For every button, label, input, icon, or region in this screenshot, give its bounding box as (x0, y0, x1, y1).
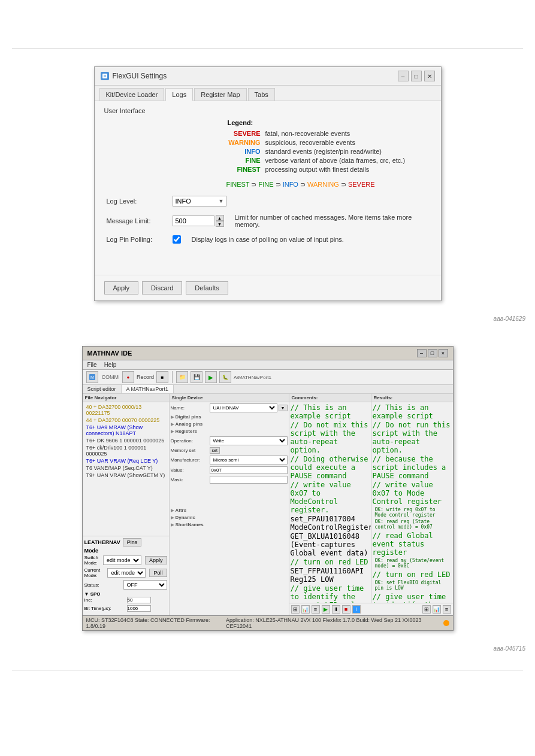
toolbar-stop-btn[interactable]: ■ (156, 371, 168, 383)
toolbar-debug-btn[interactable]: 🐛 (219, 371, 231, 383)
toolbar-icon-1[interactable]: M (86, 371, 98, 383)
attrs-title[interactable]: ▶ Attrs (171, 508, 288, 513)
device-name-btn[interactable]: ▼ (279, 405, 288, 411)
file-nav-item-2[interactable]: 44 + DA32700 00070 0000225 (84, 417, 168, 424)
icon-btn-right-2[interactable]: 📊 (433, 605, 441, 614)
minimize-button[interactable]: – (398, 71, 409, 81)
icon-btn-table[interactable]: ≡ (312, 605, 320, 614)
log-pin-polling-checkbox[interactable] (173, 235, 181, 244)
result-ok-3: OK: read my (State/event mode) = 0x0C (373, 557, 452, 569)
device-name-select[interactable]: UAI HDNAV (210, 403, 277, 412)
log-level-label: Log Level: (107, 198, 173, 205)
menu-file[interactable]: File (87, 362, 97, 368)
bottom-icon-row: ⊞ 📊 ≡ ▶ ⏸ ■ i ⊞ 📊 ≡ (289, 603, 453, 615)
value-input[interactable] (210, 466, 288, 474)
operation-row: Operation: Write Read (171, 436, 288, 445)
manufacturer-select[interactable]: Micros semi (210, 456, 288, 464)
results-title: Results: (371, 394, 453, 402)
file-nav-item-8[interactable]: T9+ UAN VRAW (ShowGETM Y) (84, 472, 168, 479)
digital-pins-title[interactable]: ▶ Digital pins (171, 414, 288, 420)
matlab-titlebar: MATHNAV IDE – □ × (83, 347, 453, 360)
value-label: Value: (171, 467, 210, 473)
icon-btn-run[interactable]: ▶ (322, 605, 330, 614)
hierarchy-warning: WARNING (307, 181, 339, 188)
current-mode-select[interactable]: edit mode (107, 568, 146, 578)
file-navigator-scroll: 40 + DA32700 0000/13 00221175 44 + DA327… (83, 402, 169, 536)
poll-btn[interactable]: Poll (149, 569, 167, 577)
device-name-row: Name: UAI HDNAV ▼ (171, 403, 288, 412)
legend-key-fine: FINE (228, 157, 261, 164)
tab-tabs[interactable]: Tabs (248, 88, 275, 101)
tab-logs[interactable]: Logs (165, 88, 193, 101)
sub-tab-script-editor[interactable]: Script editor (83, 385, 122, 393)
apply-button[interactable]: Apply (104, 281, 139, 294)
icon-btn-grid[interactable]: ⊞ (291, 605, 300, 614)
maximize-button[interactable]: □ (411, 71, 422, 81)
bit-time-input[interactable] (127, 605, 151, 612)
shortnames-title[interactable]: ▶ ShortNames (171, 522, 288, 527)
comment-line-9: // turn on red LED (291, 558, 370, 566)
dynamic-arrow-icon: ▶ (171, 515, 174, 520)
analog-pins-title[interactable]: ▶ Analog pins (171, 421, 288, 427)
file-nav-item-1[interactable]: 40 + DA32700 0000/13 00221175 (84, 403, 168, 417)
log-pin-polling-label: Log Pin Polling: (107, 236, 173, 243)
result-ok-1: OK: write reg 0x07 to Mode control regis… (373, 506, 452, 518)
status-select[interactable]: OFF (123, 580, 167, 590)
result-ok-2: OK: read reg (State control mode) = 0x07 (373, 518, 452, 530)
icon-btn-pause[interactable]: ⏸ (332, 605, 340, 614)
legend-desc-info: standard events (register/pin read/write… (265, 148, 382, 155)
tab-kit-device-loader[interactable]: Kit/Device Loader (99, 88, 165, 101)
leathernav-pins-btn[interactable]: Pins (123, 538, 142, 546)
log-pin-polling-control: Display logs in case of polling on value… (173, 235, 431, 244)
file-nav-item-3[interactable]: T6+ UA9 MRAW (Show connectors) N18APT (84, 424, 168, 437)
file-nav-item-4[interactable]: T6+ DK 9606 1 000001 0000025 (84, 437, 168, 444)
apply-mode-btn[interactable]: Apply (145, 556, 167, 564)
registers-title[interactable]: ▶ Registers (171, 429, 288, 434)
result-line-11: // turn on red LED (373, 570, 452, 579)
comments-scroll: // This is an example script // Do not m… (289, 402, 371, 603)
icon-btn-right-3[interactable]: ≡ (443, 605, 451, 614)
memory-set-btn[interactable]: set (210, 447, 220, 454)
icon-btn-right-1[interactable]: ⊞ (422, 605, 431, 614)
toolbar-record-btn[interactable]: ● (122, 371, 134, 383)
inc-input[interactable] (127, 597, 151, 603)
mask-input[interactable] (210, 476, 288, 484)
section-spacer (0, 322, 535, 334)
icon-btn-chart[interactable]: 📊 (301, 605, 310, 614)
result-line-5: // write value 0x07 to Mode Control regi… (373, 481, 452, 506)
log-level-control: SEVERE WARNING INFO FINE FINEST ▼ (173, 196, 431, 207)
message-limit-input[interactable] (173, 215, 214, 226)
defaults-button[interactable]: Defaults (186, 281, 228, 294)
discard-button[interactable]: Discard (142, 281, 182, 294)
hierarchy-line: FINEST ⊃ FINE ⊃ INFO ⊃ WARNING ⊃ SEVERE (104, 181, 431, 189)
toolbar-save-btn[interactable]: 💾 (191, 371, 202, 383)
matlab-minimize-button[interactable]: – (417, 349, 427, 357)
icon-btn-info[interactable]: i (352, 605, 361, 614)
toolbar-run-btn[interactable]: ▶ (205, 371, 217, 383)
toolbar-sep-1 (172, 371, 173, 383)
matlab-close-button[interactable]: × (439, 349, 448, 357)
titlebar-controls: – □ ✕ (398, 71, 435, 81)
matlab-maximize-button[interactable]: □ (428, 349, 437, 357)
dynamic-title[interactable]: ▶ Dynamic (171, 515, 288, 520)
tab-register-map[interactable]: Register Map (194, 88, 246, 101)
spinner-up-button[interactable]: ▲ (216, 215, 224, 221)
message-limit-control: ▲ ▼ Limit for number of cached messages.… (173, 214, 431, 228)
file-nav-item-7[interactable]: T6 VANE/MAP (Seq.CAT Y) (84, 464, 168, 472)
close-button[interactable]: ✕ (424, 71, 435, 81)
switch-mode-select[interactable]: edit mode (103, 555, 141, 565)
spinner-down-button[interactable]: ▼ (216, 221, 224, 227)
sub-tab-mathnav-port[interactable]: A MATHNavPort1 (122, 385, 174, 393)
legend-key-finest: FINEST (228, 166, 261, 173)
file-navigator-panel: File Navigator 40 + DA32700 0000/13 0022… (83, 394, 170, 615)
hierarchy-sym4: ⊃ (341, 181, 348, 188)
legend-row-fine: FINE verbose variant of above (data fram… (228, 157, 419, 164)
menu-help[interactable]: Help (104, 362, 117, 368)
file-nav-item-6[interactable]: T6+ UAR VRAW (Req LCE Y) (84, 457, 168, 464)
log-level-select[interactable]: SEVERE WARNING INFO FINE FINEST (173, 196, 226, 207)
file-nav-item-5[interactable]: T6+ ck/Driv100 1 000001 0000025 (84, 444, 168, 457)
icon-btn-stop[interactable]: ■ (342, 605, 350, 614)
memory-set-row: Memory set set (171, 447, 288, 454)
operation-select[interactable]: Write Read (210, 436, 288, 445)
toolbar-open-btn[interactable]: 📁 (176, 371, 188, 383)
